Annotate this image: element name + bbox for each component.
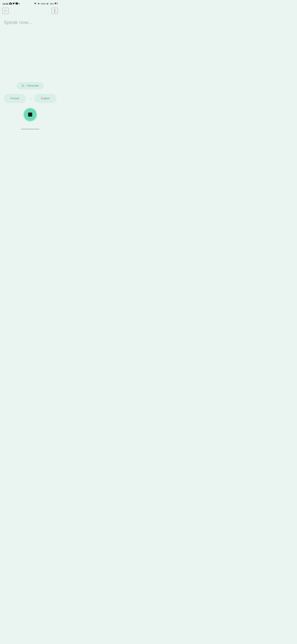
status-icons	[9, 2, 19, 5]
stop-button-container	[24, 108, 37, 121]
svg-rect-6	[47, 3, 48, 4]
lte-icon: VoLTE	[41, 3, 45, 5]
status-time: 14:00	[2, 2, 8, 5]
svg-point-11	[22, 85, 23, 86]
target-language-button[interactable]: English	[34, 94, 57, 103]
main-content: Speak now...	[0, 15, 60, 82]
transcribe-icon	[21, 84, 25, 87]
photo-icon	[9, 2, 12, 5]
twitter-icon	[12, 2, 15, 5]
more-dots-icon	[54, 9, 55, 12]
top-nav: ←	[0, 7, 60, 15]
signal-icon	[46, 2, 49, 5]
stop-recording-button[interactable]	[24, 108, 37, 121]
svg-rect-10	[57, 3, 58, 4]
home-indicator	[0, 129, 60, 131]
language-row: Persian → English	[0, 94, 60, 103]
svg-rect-7	[48, 2, 48, 4]
svg-point-1	[10, 3, 11, 4]
svg-rect-4	[46, 4, 47, 4]
more-options-button[interactable]	[52, 8, 58, 14]
language-arrow-icon: →	[29, 97, 32, 100]
notification-dot	[18, 3, 19, 4]
back-arrow-icon: ←	[4, 9, 7, 13]
stop-icon	[28, 112, 32, 116]
status-right: VoLTE 39%	[34, 2, 58, 5]
status-left: 14:00	[2, 2, 19, 5]
wifi-icon	[37, 2, 40, 5]
battery-icon	[55, 2, 58, 5]
battery-percentage: 39%	[50, 3, 54, 5]
speak-prompt: Speak now...	[4, 20, 57, 25]
status-bar: 14:00	[0, 0, 60, 7]
message-icon	[15, 2, 18, 5]
back-button[interactable]: ←	[2, 8, 9, 14]
transcribe-label: Transcribe	[26, 84, 39, 87]
mute-icon	[34, 2, 36, 5]
bottom-controls: Transcribe Persian → English	[0, 82, 60, 129]
home-bar	[21, 129, 39, 130]
svg-rect-2	[10, 2, 11, 3]
transcribe-button[interactable]: Transcribe	[16, 82, 44, 90]
source-language-button[interactable]: Persian	[4, 94, 26, 103]
svg-rect-5	[47, 3, 47, 4]
svg-rect-9	[55, 3, 56, 4]
